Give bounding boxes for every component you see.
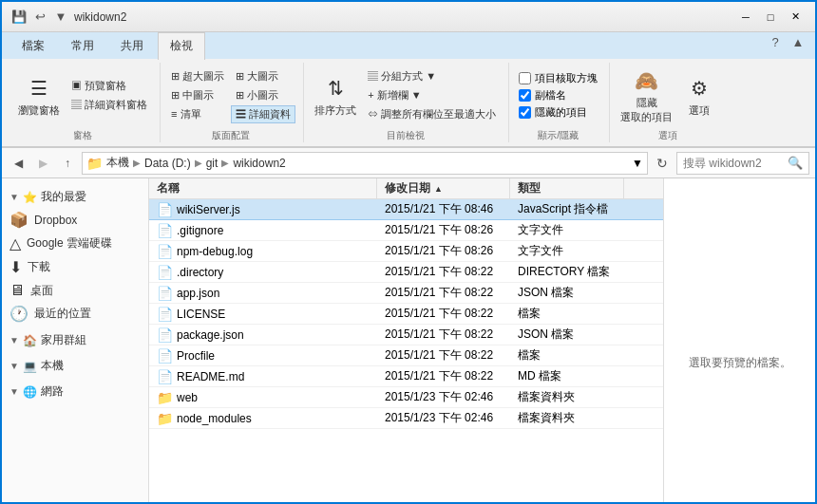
favorites-arrow-icon: ▼ (10, 192, 19, 202)
address-bar[interactable]: 📁 本機 ▶ Data (D:) ▶ git ▶ wikidown2 ▼ (82, 152, 648, 175)
sidebar-item-recent[interactable]: 🕐 最近的位置 (2, 302, 148, 326)
medium-icons-button[interactable]: ⊞ 中圖示 (166, 86, 229, 104)
table-row[interactable]: 📄 LICENSE 2015/1/21 下午 08:22 檔案 (149, 304, 663, 325)
sidebar-item-google-drive[interactable]: △ Google 雲端硬碟 (2, 232, 148, 255)
qat-undo-button[interactable]: ↩ (30, 8, 49, 27)
cell-name-1: 📄 wikiServer.js (149, 202, 377, 217)
extra-large-icons-button[interactable]: ⊞ 超大圖示 (166, 67, 229, 85)
sidebar-item-dropbox[interactable]: 📦 Dropbox (2, 208, 148, 232)
table-row[interactable]: 📄 npm-debug.log 2015/1/21 下午 08:26 文字文件 (149, 241, 663, 262)
search-bar[interactable]: 🔍 (676, 152, 809, 175)
small-icons-button[interactable]: ⊞ 小圖示 (231, 86, 295, 104)
checkbox-item-select[interactable]: 項目核取方塊 (515, 70, 601, 86)
sidebar-item-desktop[interactable]: 🖥 桌面 (2, 279, 148, 302)
preview-pane-button[interactable]: ▣ 預覽窗格 (66, 77, 152, 95)
tab-home[interactable]: 常用 (59, 32, 106, 59)
filename-5: app.json (177, 287, 219, 300)
table-row[interactable]: 📄 .directory 2015/1/21 下午 08:22 DIRECTOR… (149, 262, 663, 283)
table-row[interactable]: 📄 Procfile 2015/1/21 下午 08:22 檔案 (149, 345, 663, 366)
search-input[interactable] (683, 157, 784, 170)
checkbox-hidden-items[interactable]: 隱藏的項目 (515, 104, 601, 121)
close-button[interactable]: ✕ (783, 8, 808, 27)
table-row[interactable]: 📄 .gitignore 2015/1/21 下午 08:26 文字文件 (149, 220, 663, 241)
sidebar-section-network: ▼ 🌐 網路 (2, 381, 148, 402)
layout-col2: ⊞ 大圖示 ⊞ 小圖示 ☰ 詳細資料 (231, 67, 295, 123)
ribbon-group-panes: ☰ 瀏覽窗格 ▣ 預覽窗格 ▤ 詳細資料窗格 窗格 (10, 63, 161, 142)
group-by-button[interactable]: ▤ 分組方式 ▼ (363, 67, 501, 85)
minimize-button[interactable]: ─ (733, 8, 758, 27)
qat-save-button[interactable]: 💾 (10, 8, 28, 27)
sort-by-icon: ⇅ (320, 73, 351, 103)
table-row[interactable]: 📄 package.json 2015/1/21 下午 08:22 JSON 檔… (149, 325, 663, 345)
sidebar-thispc-label: 本機 (41, 358, 64, 374)
up-button[interactable]: ↑ (57, 153, 78, 174)
tab-view[interactable]: 檢視 (158, 32, 205, 60)
col-header-type[interactable]: 類型 (510, 178, 624, 198)
options-button[interactable]: ⚙ 選項 (679, 70, 719, 121)
item-checkbox-input[interactable] (519, 72, 531, 84)
sidebar-homegroup-header[interactable]: ▼ 🏠 家用群組 (2, 329, 148, 351)
breadcrumb-git[interactable]: git (206, 157, 218, 170)
forward-button[interactable]: ▶ (32, 153, 53, 174)
list-button[interactable]: ≡ 清單 (166, 105, 229, 123)
table-row[interactable]: 📄 README.md 2015/1/21 下午 08:22 MD 檔案 (149, 366, 663, 387)
hidden-checkbox-input[interactable] (519, 106, 531, 119)
table-row[interactable]: 📄 app.json 2015/1/21 下午 08:22 JSON 檔案 (149, 283, 663, 304)
homegroup-arrow-icon: ▼ (10, 335, 19, 345)
checkbox-extension[interactable]: 副檔名 (515, 87, 601, 103)
title-bar-left: 💾 ↩ ▼ wikidown2 (10, 8, 126, 27)
filename-7: package.json (177, 328, 244, 342)
tab-file[interactable]: 檔案 (10, 32, 57, 59)
sidebar-thispc-header[interactable]: ▼ 💻 本機 (2, 355, 148, 377)
sidebar-item-google-drive-label: Google 雲端硬碟 (27, 235, 112, 252)
file-list-container: 名稱 修改日期 ▲ 類型 📄 wikiServer.js 2015/1/21 下… (149, 178, 663, 504)
ribbon-group-current-view: ⇅ 排序方式 ▤ 分組方式 ▼ + 新增欄 ▼ ⇔ 調整所有欄位至最適大小 目前… (306, 63, 509, 142)
panes-buttons: ☰ 瀏覽窗格 ▣ 預覽窗格 ▤ 詳細資料窗格 (13, 63, 152, 127)
help-button[interactable]: ? (766, 32, 785, 51)
add-column-button[interactable]: + 新增欄 ▼ (363, 86, 501, 104)
col-header-name[interactable]: 名稱 (149, 178, 377, 198)
procfile-icon: 📄 (157, 348, 173, 364)
large-icons-button[interactable]: ⊞ 大圖示 (231, 67, 295, 85)
table-row[interactable]: 📁 web 2015/1/23 下午 02:46 檔案資料夾 (149, 387, 663, 408)
sidebar-item-downloads[interactable]: ⬇ 下載 (2, 255, 148, 279)
options-buttons: 🙈 隱藏選取的項目 ⚙ 選項 (616, 63, 719, 127)
browse-pane-button[interactable]: ☰ 瀏覽窗格 (13, 70, 65, 121)
cell-name-3: 📄 npm-debug.log (149, 244, 377, 259)
breadcrumb-drive[interactable]: Data (D:) (144, 157, 191, 170)
table-row[interactable]: 📄 wikiServer.js 2015/1/21 下午 08:46 JavaS… (149, 199, 663, 220)
qat-customize-button[interactable]: ▼ (51, 8, 70, 27)
sidebar-favorites-header[interactable]: ▼ ⭐ 我的最愛 (2, 186, 148, 208)
table-row[interactable]: 📁 node_modules 2015/1/23 下午 02:46 檔案資料夾 (149, 408, 663, 429)
right-panel: 選取要預覽的檔案。 (663, 178, 815, 504)
ribbon-group-show-hide: 項目核取方塊 副檔名 隱藏的項目 顯示/隱藏 (511, 63, 610, 142)
cell-type-5: JSON 檔案 (510, 285, 624, 301)
sort-by-button[interactable]: ⇅ 排序方式 (310, 70, 361, 121)
file-list: 📄 wikiServer.js 2015/1/21 下午 08:46 JavaS… (149, 199, 663, 504)
breadcrumb-wikidown2[interactable]: wikidown2 (233, 157, 285, 170)
details-pane-button[interactable]: ▤ 詳細資料窗格 (66, 96, 152, 114)
browse-pane-icon: ☰ (24, 73, 54, 103)
js-file-icon: 📄 (157, 202, 173, 217)
filename-6: LICENSE (177, 308, 225, 321)
fit-columns-button[interactable]: ⇔ 調整所有欄位至最適大小 (363, 105, 501, 123)
breadcrumb-root[interactable]: 本機 (106, 155, 129, 171)
details-button[interactable]: ☰ 詳細資料 (231, 105, 295, 123)
extension-checkbox-input[interactable] (519, 89, 531, 102)
hide-selected-button[interactable]: 🙈 隱藏選取的項目 (616, 63, 677, 127)
cell-name-10: 📁 web (149, 390, 377, 405)
cell-type-10: 檔案資料夾 (510, 389, 624, 405)
col-header-date[interactable]: 修改日期 ▲ (377, 178, 510, 198)
ribbon-minimize-button[interactable]: ▲ (788, 32, 808, 51)
ribbon-group-layout: ⊞ 超大圖示 ⊞ 中圖示 ≡ 清單 ⊞ 大圖示 ⊞ 小圖示 ☰ 詳細資料 版面配… (162, 63, 304, 142)
hide-icon: 🙈 (632, 65, 662, 96)
tab-share[interactable]: 共用 (108, 32, 156, 59)
maximize-button[interactable]: □ (758, 8, 783, 27)
cell-type-4: DIRECTORY 檔案 (510, 264, 624, 280)
refresh-button[interactable]: ↻ (652, 153, 673, 174)
favorites-star-icon: ⭐ (23, 191, 37, 204)
navigation-bar: ◀ ▶ ↑ 📁 本機 ▶ Data (D:) ▶ git ▶ wikidown2… (2, 148, 815, 178)
sidebar-network-header[interactable]: ▼ 🌐 網路 (2, 381, 148, 402)
cell-date-11: 2015/1/23 下午 02:46 (377, 410, 510, 426)
back-button[interactable]: ◀ (8, 153, 28, 174)
